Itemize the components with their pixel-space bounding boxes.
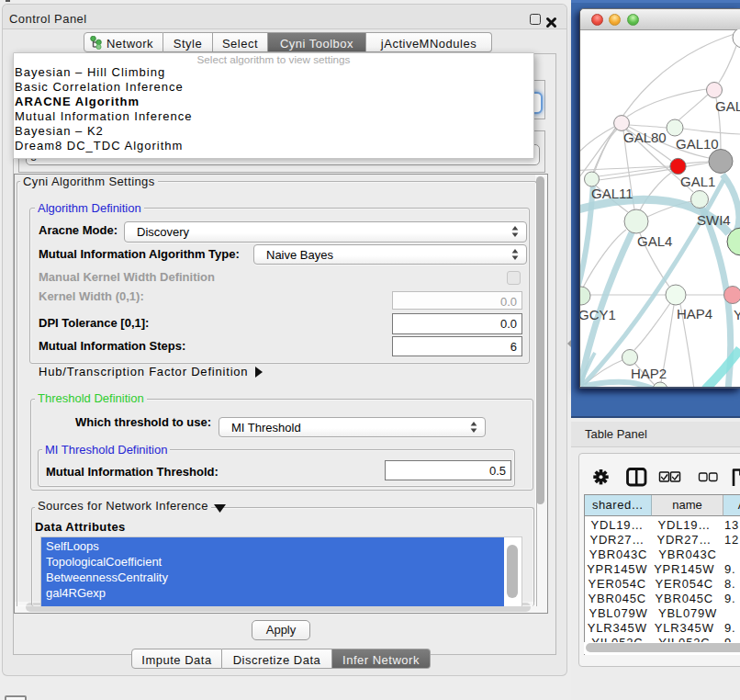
svg-text:GAL10: GAL10 [676, 136, 719, 152]
svg-text:GAL7: GAL7 [715, 98, 740, 114]
svg-text:GAL11: GAL11 [591, 186, 633, 201]
svg-text:GAL1: GAL1 [680, 174, 715, 189]
svg-text:HAP2: HAP2 [631, 366, 667, 381]
svg-text:SWI4: SWI4 [697, 212, 731, 228]
svg-text:GAL4: GAL4 [637, 233, 672, 249]
svg-text:GAL80: GAL80 [623, 130, 667, 145]
svg-text:HAP4: HAP4 [677, 306, 712, 322]
svg-text:Y: Y [734, 307, 740, 322]
svg-text:GCY1: GCY1 [580, 307, 616, 322]
